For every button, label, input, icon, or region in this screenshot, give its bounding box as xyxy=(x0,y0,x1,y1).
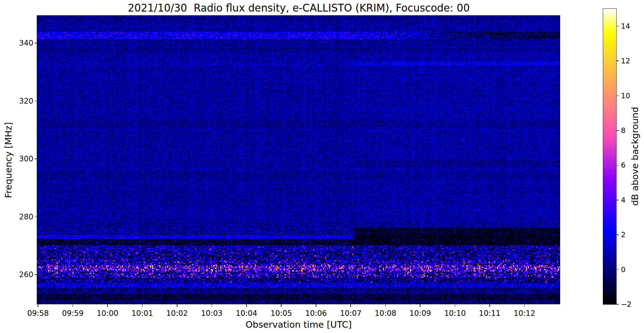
x-tick-label: 10:05 xyxy=(262,309,300,318)
colorbar-tick-mark xyxy=(617,130,619,131)
x-tick-label: 10:07 xyxy=(332,309,369,318)
colorbar-tick-mark xyxy=(617,200,619,200)
colorbar-tick-label: 14 xyxy=(621,22,630,31)
x-tick-mark xyxy=(524,304,525,307)
colorbar-tick-mark xyxy=(617,269,619,270)
y-tick-mark xyxy=(35,274,37,275)
chart-title: 2021/10/30 Radio flux density, e-CALLIST… xyxy=(37,2,560,14)
colorbar-tick-mark xyxy=(617,95,619,96)
x-tick-label: 10:11 xyxy=(471,309,508,318)
x-tick-mark xyxy=(281,304,281,307)
colorbar-tick-mark xyxy=(617,61,619,61)
x-tick-label: 10:10 xyxy=(436,309,474,318)
axes-frame xyxy=(37,15,560,304)
y-tick-mark xyxy=(35,43,37,43)
colorbar-canvas xyxy=(603,9,616,304)
x-tick-mark xyxy=(455,304,455,307)
x-tick-mark xyxy=(489,304,490,307)
x-tick-label: 10:01 xyxy=(123,309,161,318)
x-tick-label: 10:08 xyxy=(367,309,404,318)
x-tick-mark xyxy=(350,304,351,307)
x-tick-mark xyxy=(212,304,212,307)
colorbar-tick-label: 8 xyxy=(621,126,626,135)
x-tick-mark xyxy=(73,304,73,307)
colorbar-tick-label: 10 xyxy=(621,91,630,100)
colorbar-tick-label: −2 xyxy=(621,300,632,309)
x-tick-mark xyxy=(420,304,421,307)
y-tick-label: 340 xyxy=(0,39,33,47)
colorbar-tick-label: 0 xyxy=(621,265,626,274)
y-tick-mark xyxy=(35,101,37,101)
x-tick-label: 10:09 xyxy=(401,309,439,318)
y-tick-label: 300 xyxy=(0,154,33,163)
colorbar-tick-label: 6 xyxy=(621,161,626,169)
colorbar-tick-label: 4 xyxy=(621,196,626,204)
colorbar-tick-mark xyxy=(617,26,619,27)
y-tick-mark xyxy=(35,217,37,217)
y-tick-label: 320 xyxy=(0,97,33,105)
x-tick-mark xyxy=(246,304,247,307)
x-tick-mark xyxy=(316,304,316,307)
colorbar-tick-mark xyxy=(617,304,619,305)
colorbar-frame xyxy=(603,8,617,305)
x-tick-label: 09:58 xyxy=(19,309,57,318)
colorbar-tick-mark xyxy=(617,234,619,235)
x-tick-label: 10:04 xyxy=(228,309,265,318)
colorbar-tick-label: 2 xyxy=(621,230,626,239)
y-tick-label: 280 xyxy=(0,213,33,221)
spectrogram-canvas xyxy=(37,16,560,304)
x-tick-label: 10:02 xyxy=(158,309,196,318)
x-tick-mark xyxy=(107,304,108,307)
x-axis-label: Observation time [UTC] xyxy=(246,319,352,330)
x-tick-mark xyxy=(38,304,38,307)
y-tick-label: 260 xyxy=(0,270,33,279)
figure-root: 2021/10/30 Radio flux density, e-CALLIST… xyxy=(0,0,644,333)
x-tick-label: 10:00 xyxy=(89,309,126,318)
x-tick-label: 10:06 xyxy=(297,309,335,318)
x-tick-mark xyxy=(142,304,143,307)
y-tick-mark xyxy=(35,159,37,159)
x-tick-label: 10:12 xyxy=(506,309,543,318)
x-tick-mark xyxy=(177,304,177,307)
colorbar-tick-label: 12 xyxy=(621,56,630,65)
x-tick-mark xyxy=(385,304,386,307)
colorbar-tick-mark xyxy=(617,165,619,166)
colorbar-label: dB above background xyxy=(630,107,640,206)
x-tick-label: 09:59 xyxy=(54,309,91,318)
x-tick-label: 10:03 xyxy=(193,309,230,318)
